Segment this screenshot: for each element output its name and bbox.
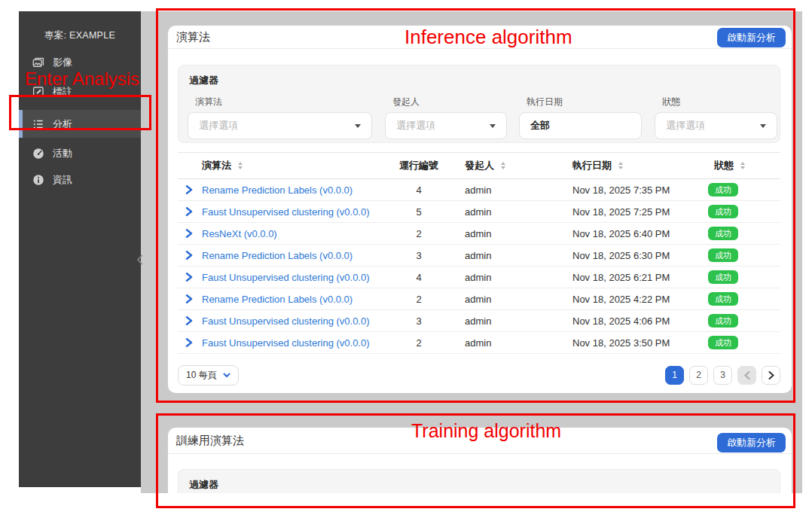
section-title: 訓練用演算法 — [176, 434, 244, 448]
card-header: 演算法 啟動新分析 — [168, 26, 792, 49]
status-filter-select[interactable]: 選擇選項 — [655, 112, 777, 139]
row-expand-chevron-icon[interactable] — [185, 338, 193, 347]
status-badge: 成功 — [708, 314, 738, 328]
run-date: Nov 18, 2025 7:25 PM — [572, 206, 670, 218]
sidebar-item-images[interactable]: 影像 — [19, 48, 141, 77]
sidebar-item-label: 標註 — [53, 85, 72, 99]
run-number: 3 — [396, 315, 441, 327]
sidebar-item-activity[interactable]: 活動 — [19, 139, 141, 168]
info-icon — [32, 173, 45, 187]
sidebar-item-label: 影像 — [53, 56, 72, 69]
date-filter-input[interactable]: 全部 — [519, 112, 642, 139]
table-row: ResNeXt (v0.0.0) 2 admin Nov 18, 2025 6:… — [178, 223, 780, 245]
initiator: admin — [465, 337, 491, 349]
filter-panel: 過濾器 — [178, 469, 780, 493]
sidebar-item-info[interactable]: 資訊 — [19, 166, 141, 194]
sidebar-item-annotate[interactable]: 標註 — [19, 78, 141, 106]
run-date: Nov 18, 2025 6:40 PM — [572, 228, 670, 239]
algorithm-link[interactable]: ResNeXt (v0.0.0) — [202, 228, 277, 239]
filter-panel: 過濾器 演算法 選擇選項 發起人 選擇選項 執行日期 全部 — [178, 65, 780, 143]
annotate-icon — [32, 85, 45, 99]
chevron-right-icon — [768, 371, 774, 379]
algorithm-filter-select[interactable]: 選擇選項 — [188, 112, 372, 139]
page-button[interactable]: 1 — [665, 366, 684, 385]
run-number: 5 — [396, 206, 441, 218]
dropdown-arrow-icon — [490, 124, 496, 128]
table-row: Faust Unsupervised clustering (v0.0.0) 5… — [178, 201, 780, 223]
filter-label: 演算法 — [195, 96, 372, 108]
table-body: Rename Prediction Labels (v0.0.0) 4 admi… — [178, 179, 780, 354]
algorithm-link[interactable]: Faust Unsupervised clustering (v0.0.0) — [202, 337, 370, 349]
activity-gauge-icon — [32, 147, 45, 160]
row-expand-chevron-icon[interactable] — [185, 185, 193, 194]
prev-page-button[interactable] — [737, 366, 756, 385]
sidebar-item-analysis[interactable]: 分析 — [19, 110, 141, 138]
algorithm-link[interactable]: Faust Unsupervised clustering (v0.0.0) — [202, 315, 370, 327]
filter-title: 過濾器 — [189, 74, 218, 87]
table-row: Faust Unsupervised clustering (v0.0.0) 2… — [178, 332, 780, 354]
row-expand-chevron-icon[interactable] — [185, 207, 193, 216]
initiator: admin — [465, 315, 491, 327]
card-header: 訓練用演算法 啟動新分析 — [168, 428, 792, 454]
training-algorithms-card: 訓練用演算法 啟動新分析 過濾器 — [168, 428, 792, 493]
run-date: Nov 18, 2025 4:22 PM — [572, 294, 670, 305]
table-row: Rename Prediction Labels (v0.0.0) 2 admi… — [178, 288, 780, 310]
row-expand-chevron-icon[interactable] — [185, 316, 193, 325]
filter-label: 執行日期 — [527, 96, 642, 108]
project-label: 專案: EXAMPLE — [19, 29, 141, 42]
row-expand-chevron-icon[interactable] — [185, 251, 193, 260]
status-badge: 成功 — [708, 183, 738, 197]
chevron-left-icon — [744, 371, 750, 379]
initiator-filter-select[interactable]: 選擇選項 — [385, 112, 507, 139]
status-badge: 成功 — [708, 292, 738, 306]
algorithm-link[interactable]: Rename Prediction Labels (v0.0.0) — [202, 250, 353, 261]
sidebar-item-label: 資訊 — [53, 173, 72, 187]
algorithm-link[interactable]: Rename Prediction Labels (v0.0.0) — [202, 184, 353, 196]
runs-table: 演算法 運行編號 發起人 執行日期 狀態 — [178, 152, 780, 354]
column-header-algorithm[interactable]: 演算法 — [202, 159, 243, 172]
algorithm-link[interactable]: Faust Unsupervised clustering (v0.0.0) — [202, 272, 370, 283]
page-button[interactable]: 2 — [689, 366, 708, 385]
start-new-analysis-button[interactable]: 啟動新分析 — [717, 433, 786, 452]
page-size-select[interactable]: 10 每頁 — [178, 365, 239, 385]
sort-icon — [740, 162, 745, 169]
start-new-analysis-button[interactable]: 啟動新分析 — [717, 28, 786, 47]
run-number: 3 — [396, 250, 441, 261]
run-date: Nov 18, 2025 3:50 PM — [572, 337, 670, 349]
row-expand-chevron-icon[interactable] — [185, 294, 193, 303]
run-date: Nov 18, 2025 6:30 PM — [572, 250, 670, 261]
sidebar-item-label: 分析 — [53, 117, 72, 131]
filter-title: 過濾器 — [189, 478, 218, 492]
chevron-down-icon — [223, 373, 230, 378]
algorithm-link[interactable]: Faust Unsupervised clustering (v0.0.0) — [202, 206, 370, 218]
run-date: Nov 18, 2025 6:21 PM — [572, 272, 670, 283]
table-header: 演算法 運行編號 發起人 執行日期 狀態 — [178, 152, 780, 179]
sidebar-collapse-handle[interactable] — [136, 253, 145, 267]
section-title: 演算法 — [176, 30, 210, 44]
run-date: Nov 18, 2025 7:35 PM — [572, 184, 670, 196]
status-badge: 成功 — [708, 248, 738, 262]
column-header-run-date[interactable]: 執行日期 — [572, 159, 623, 172]
run-date: Nov 18, 2025 4:06 PM — [572, 315, 670, 327]
row-expand-chevron-icon[interactable] — [185, 229, 193, 238]
page-button[interactable]: 3 — [713, 366, 732, 385]
sort-icon — [618, 162, 623, 169]
table-row: Rename Prediction Labels (v0.0.0) 4 admi… — [178, 179, 780, 201]
table-row: Faust Unsupervised clustering (v0.0.0) 3… — [178, 310, 780, 332]
images-icon — [32, 56, 45, 69]
status-badge: 成功 — [708, 336, 738, 349]
table-row: Faust Unsupervised clustering (v0.0.0) 4… — [178, 267, 780, 288]
analysis-list-icon — [32, 117, 45, 131]
row-expand-chevron-icon[interactable] — [185, 273, 193, 282]
status-badge: 成功 — [708, 205, 738, 218]
algorithm-link[interactable]: Rename Prediction Labels (v0.0.0) — [202, 294, 353, 305]
app-window: 專案: EXAMPLE 影像 標註 — [0, 0, 812, 518]
filter-label: 發起人 — [392, 96, 507, 108]
next-page-button[interactable] — [762, 366, 780, 385]
column-header-initiator[interactable]: 發起人 — [465, 159, 505, 172]
page-buttons: 123 — [665, 366, 780, 385]
sidebar-item-label: 活動 — [53, 147, 72, 160]
column-header-status[interactable]: 狀態 — [714, 159, 745, 172]
initiator: admin — [465, 272, 491, 283]
initiator: admin — [465, 250, 491, 261]
